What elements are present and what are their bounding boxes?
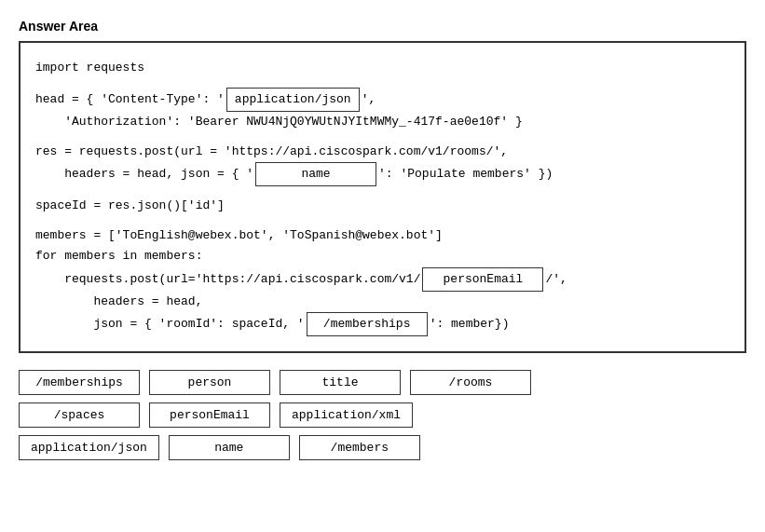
inline-box-name[interactable]: name (255, 162, 376, 186)
options-area: /memberships person title /rooms /spaces… (19, 370, 746, 460)
inline-box-content-type[interactable]: application/json (226, 88, 360, 112)
option-person[interactable]: person (149, 370, 270, 395)
code-line-1: import requests (35, 58, 730, 78)
option-memberships[interactable]: /memberships (19, 370, 140, 395)
code-line-14: headers = head, (35, 292, 730, 312)
code-line-13: requests.post(url='https://api.ciscospar… (35, 267, 730, 292)
code-line-11: members = ['ToEnglish@webex.bot', 'ToSpa… (35, 225, 730, 246)
options-row-2: /spaces personEmail application/xml (19, 402, 746, 428)
code-line-15: json = { 'roomId': spaceId, '/membership… (35, 312, 730, 336)
code-line-12: for members in members: (35, 246, 730, 266)
code-line-7-pre: headers = head, json = { ' (35, 164, 253, 184)
option-title[interactable]: title (280, 370, 401, 395)
code-line-3-pre: head = { 'Content-Type': ' (35, 89, 225, 110)
code-line-15-pre: json = { 'roomId': spaceId, ' (35, 314, 305, 334)
code-line-6: res = requests.post(url = 'https://api.c… (35, 142, 730, 162)
options-row-3: application/json name /members (19, 435, 746, 460)
code-line-13-post: /', (545, 269, 567, 290)
option-rooms[interactable]: /rooms (410, 370, 531, 395)
option-members[interactable]: /members (299, 435, 420, 460)
option-application-json[interactable]: application/json (19, 435, 159, 460)
code-line-9: spaceId = res.json()['id'] (35, 196, 730, 216)
option-personEmail[interactable]: personEmail (149, 402, 270, 428)
answer-area: import requests head = { 'Content-Type':… (19, 41, 746, 353)
inline-box-person-email[interactable]: personEmail (422, 267, 543, 292)
code-line-3-post: ', (362, 89, 376, 110)
code-line-3: head = { 'Content-Type': 'application/js… (35, 88, 730, 112)
code-line-15-post: ': member}) (430, 314, 510, 334)
option-name[interactable]: name (169, 435, 290, 460)
code-line-7: headers = head, json = { 'name': 'Popula… (35, 162, 730, 186)
option-spaces[interactable]: /spaces (19, 402, 140, 428)
option-application-xml[interactable]: application/xml (280, 402, 413, 428)
section-title: Answer Area (19, 19, 746, 34)
inline-box-memberships[interactable]: /memberships (307, 312, 428, 336)
code-line-4: 'Authorization': 'Bearer NWU4NjQ0YWUtNJY… (35, 112, 730, 132)
code-line-13-pre: requests.post(url='https://api.ciscospar… (35, 269, 420, 290)
code-line-7-post: ': 'Populate members' }) (378, 164, 553, 184)
options-row-1: /memberships person title /rooms (19, 370, 746, 395)
